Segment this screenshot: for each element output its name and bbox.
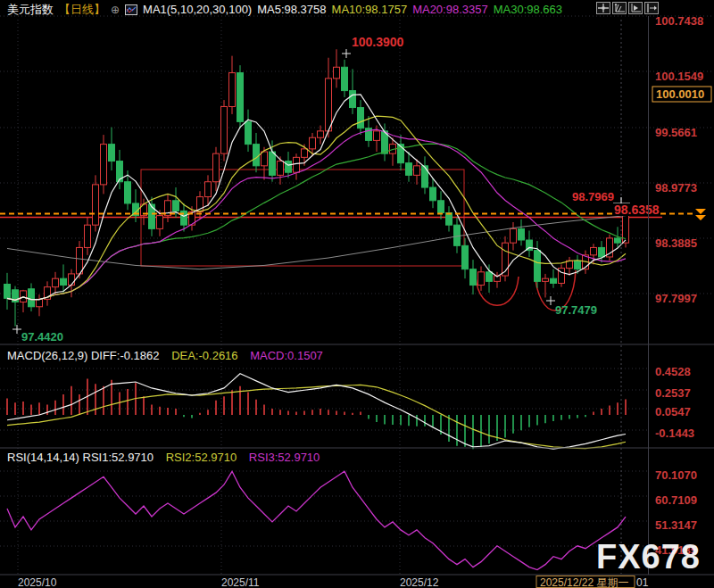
svg-text:2025/11: 2025/11 <box>221 576 260 588</box>
svg-text:-0.1443: -0.1443 <box>655 427 694 440</box>
svg-text:97.7997: 97.7997 <box>655 292 697 305</box>
svg-text:0.2537: 0.2537 <box>655 386 691 400</box>
ma-settings-label: MA1(5,10,20,30,100) <box>143 3 252 16</box>
svg-text:97.7479: 97.7479 <box>555 303 597 317</box>
svg-text:98.6358: 98.6358 <box>614 203 660 217</box>
crosshair <box>613 20 630 574</box>
ma5-value: MA5:98.3758 <box>257 3 326 16</box>
indicator-icon <box>125 4 137 15</box>
svg-text:98.9773: 98.9773 <box>655 181 697 195</box>
trading-app-window: 美元指数 【日线】 ⊕ MA1(5,10,20,30,100) MA5:98.3… <box>0 0 714 588</box>
gridlines <box>0 16 714 574</box>
macd-macd-label: MACD:0.1507 <box>250 349 323 362</box>
macd-panel-header: MACD(26,12,9) DIFF:-0.1862 DEA:-0.2616 M… <box>7 349 332 362</box>
rsi-panel <box>7 471 626 569</box>
svg-text:2025/12: 2025/12 <box>400 576 439 588</box>
symbol-title: 美元指数 <box>7 2 54 18</box>
fx678-watermark: FX678 <box>596 538 701 576</box>
chart-toolbar <box>596 2 659 14</box>
rsi1-label: RSI(14,14,14) RSI1:52.9710 <box>7 451 154 464</box>
macd-dea-label: DEA:-0.2616 <box>171 349 237 362</box>
svg-text:98.7969: 98.7969 <box>572 190 614 203</box>
svg-text:99.5661: 99.5661 <box>655 126 697 139</box>
period-tag[interactable]: 【日线】 <box>59 2 105 18</box>
svg-text:0.4528: 0.4528 <box>655 365 691 378</box>
svg-text:51.3147: 51.3147 <box>655 518 697 532</box>
svg-text:100.1549: 100.1549 <box>655 70 703 83</box>
svg-text:97.4420: 97.4420 <box>21 330 63 344</box>
macd-panel <box>7 374 626 449</box>
ma20-value: MA20:98.3357 <box>412 3 488 16</box>
pan-right-tool-icon[interactable] <box>644 2 659 14</box>
crosshair-tool-icon[interactable] <box>596 2 610 14</box>
drawing-objects[interactable] <box>0 170 662 311</box>
svg-text:70.1070: 70.1070 <box>655 468 697 482</box>
time-axis[interactable]: 2025/102025/112025/122025/12/22 星期一01 <box>18 576 649 588</box>
ma10-value: MA10:98.1757 <box>332 3 408 16</box>
price-alert-marker <box>695 209 706 220</box>
svg-text:01: 01 <box>636 576 649 588</box>
ma30-value: MA30:98.663 <box>494 3 562 16</box>
svg-text:2025/12/22 星期一: 2025/12/22 星期一 <box>540 576 628 588</box>
rsi3-label: RSI3:52.9710 <box>249 451 320 464</box>
svg-text:2025/10: 2025/10 <box>18 576 57 588</box>
svg-text:98.3885: 98.3885 <box>655 236 697 250</box>
macd-diff-label: MACD(26,12,9) DIFF:-0.1862 <box>7 349 160 362</box>
panel-frames <box>0 16 714 575</box>
svg-text:100.3900: 100.3900 <box>352 35 404 49</box>
svg-text:0.0547: 0.0547 <box>655 405 691 418</box>
add-indicator-icon[interactable]: ⊕ <box>111 4 120 16</box>
ma-lines <box>7 95 626 301</box>
playback-tool-icon[interactable] <box>628 2 643 14</box>
rsi-panel-header: RSI(14,14,14) RSI1:52.9710 RSI2:52.9710 … <box>7 451 328 464</box>
svg-text:60.7109: 60.7109 <box>655 493 697 507</box>
zoom-axis-tool-icon[interactable] <box>612 2 627 14</box>
current-price-line <box>0 209 706 220</box>
rsi2-label: RSI2:52.9710 <box>166 451 237 464</box>
svg-text:100.0010: 100.0010 <box>656 87 704 101</box>
price-axis[interactable]: 100.7438100.154999.566198.977398.388597.… <box>652 14 711 557</box>
chart-canvas[interactable]: 100.390098.796998.635897.747997.4420100.… <box>0 0 714 588</box>
